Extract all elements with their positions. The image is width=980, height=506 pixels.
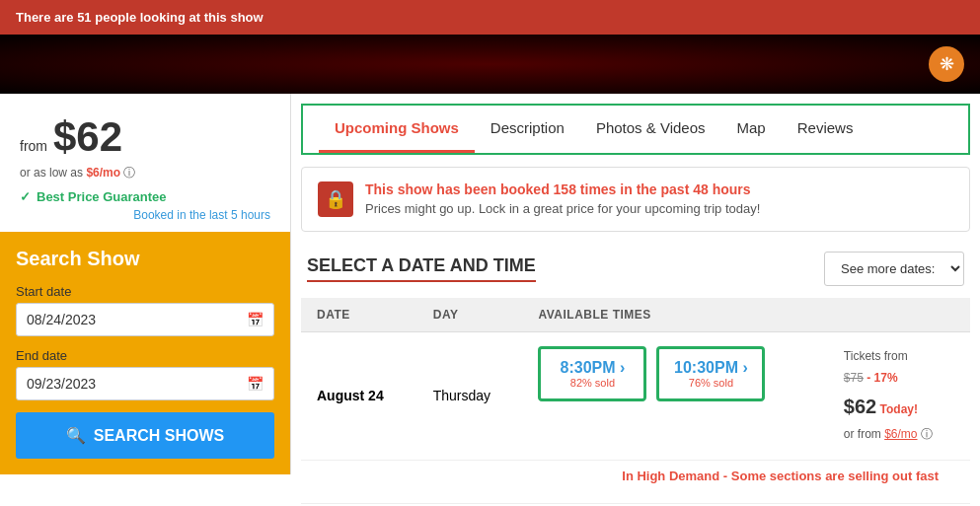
hero-image: ❋ — [0, 35, 980, 94]
main-content: Upcoming Shows Description Photos & Vide… — [291, 94, 980, 506]
start-date-label: Start date — [16, 284, 274, 299]
time-button-0-1[interactable]: 10:30PM ›76% sold — [656, 346, 765, 401]
end-date-value: 09/23/2023 — [27, 376, 96, 392]
show-date: August 24 — [301, 332, 417, 461]
search-shows-button[interactable]: 🔍 SEARCH SHOWS — [16, 412, 274, 459]
tab-description[interactable]: Description — [475, 106, 580, 153]
attention-banner: There are 51 people looking at this show — [0, 0, 980, 35]
time-button-0-0[interactable]: 8:30PM ›82% sold — [538, 346, 646, 401]
col-tickets — [828, 298, 970, 332]
from-label: from — [20, 138, 47, 154]
start-date-value: 08/24/2023 — [27, 312, 96, 327]
price-section: from $62 or as low as $6/mo ⓘ ✓ Best Pri… — [0, 94, 291, 232]
col-day: DAY — [417, 298, 523, 332]
info-icon: ⓘ — [123, 166, 135, 180]
tabs-bar: Upcoming Shows Description Photos & Vide… — [301, 104, 970, 155]
show-day: Thursday — [417, 332, 523, 461]
lock-icon: 🔒 — [318, 181, 353, 217]
search-btn-label: SEARCH SHOWS — [94, 427, 224, 445]
show-tickets: Tickets from $75 - 17% $62 Today! or fro… — [828, 332, 970, 461]
main-layout: from $62 or as low as $6/mo ⓘ ✓ Best Pri… — [0, 94, 980, 506]
shows-table: DATE DAY AVAILABLE TIMES August 24Thursd… — [301, 298, 970, 506]
search-title: Search Show — [16, 248, 274, 270]
banner-text: There are 51 people looking at this show — [16, 10, 264, 25]
end-date-input[interactable]: 09/23/2023 📅 — [16, 367, 274, 400]
end-date-label: End date — [16, 348, 274, 363]
in-demand-text: In High Demand - Some sections are selli… — [301, 460, 970, 503]
hero-icon: ❋ — [929, 46, 964, 82]
alert-text: This show has been booked 158 times in t… — [365, 181, 760, 216]
col-date: DATE — [301, 298, 417, 332]
alert-sub: Prices might go up. Lock in a great pric… — [365, 201, 760, 216]
best-price-guarantee: ✓ Best Price Guarantee — [20, 189, 270, 204]
sidebar: from $62 or as low as $6/mo ⓘ ✓ Best Pri… — [0, 94, 291, 506]
alert-bold: This show has been booked 158 times in t… — [365, 181, 760, 197]
table-header-row: DATE DAY AVAILABLE TIMES — [301, 298, 970, 332]
see-more-dates-select[interactable]: See more dates: — [824, 252, 964, 286]
tab-reviews[interactable]: Reviews — [782, 106, 869, 153]
col-available-times: AVAILABLE TIMES — [522, 298, 827, 332]
booking-alert: 🔒 This show has been booked 158 times in… — [301, 167, 970, 232]
table-row: August 24Thursday8:30PM ›82% sold10:30PM… — [301, 332, 970, 461]
low-as-text: or as low as $6/mo ⓘ — [20, 165, 270, 181]
tab-upcoming-shows[interactable]: Upcoming Shows — [319, 106, 475, 153]
monthly-link[interactable]: $6/mo — [884, 427, 917, 441]
calendar-icon-end: 📅 — [247, 376, 264, 392]
search-icon: 🔍 — [66, 426, 86, 445]
booked-hours: Booked in the last 5 hours — [20, 208, 270, 222]
select-date-title: SELECT A DATE AND TIME — [307, 255, 536, 282]
in-demand-row: In High Demand - Some sections are selli… — [301, 460, 970, 503]
tab-map[interactable]: Map — [721, 106, 782, 153]
monthly-price-link[interactable]: $6/mo — [86, 166, 120, 180]
calendar-icon-start: 📅 — [247, 312, 264, 327]
show-times: 8:30PM ›82% sold10:30PM ›76% sold — [522, 332, 827, 461]
start-date-input[interactable]: 08/24/2023 📅 — [16, 303, 274, 336]
date-selector-header: SELECT A DATE AND TIME See more dates: — [291, 244, 980, 298]
search-box: Search Show Start date 08/24/2023 📅 End … — [0, 232, 291, 474]
tab-photos-videos[interactable]: Photos & Videos — [580, 106, 721, 153]
price-display: $62 — [53, 113, 122, 161]
